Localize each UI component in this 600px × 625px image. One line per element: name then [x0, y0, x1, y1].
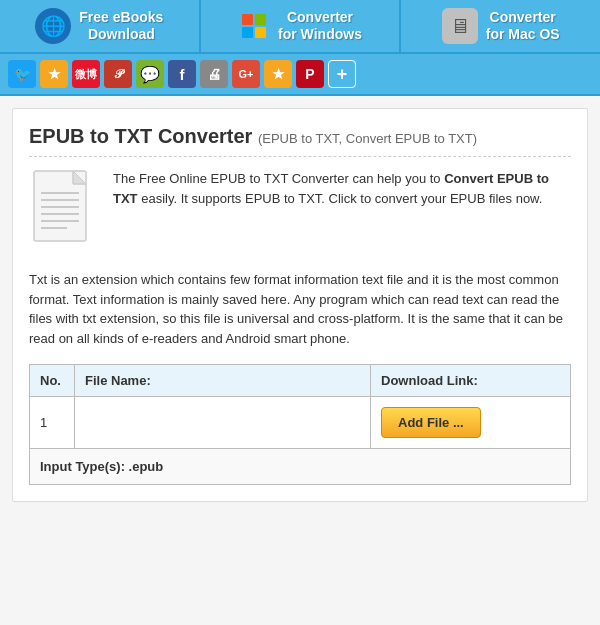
nav-converter-windows[interactable]: Converter for Windows [201, 0, 402, 52]
nav-converter-mac-label: Converter for Mac OS [486, 9, 560, 43]
table-row: 1 Add File ... [30, 397, 571, 449]
description-area: The Free Online EPUB to TXT Converter ca… [29, 169, 571, 254]
mac-icon: 🖥 [442, 8, 478, 44]
twitter-icon[interactable]: 🐦 [8, 60, 36, 88]
nav-free-ebooks[interactable]: 🌐 Free eBooks Download [0, 0, 201, 52]
more-icon[interactable]: + [328, 60, 356, 88]
description-text: The Free Online EPUB to TXT Converter ca… [113, 169, 571, 254]
description-full: Txt is an extension which contains few f… [29, 270, 571, 348]
print-icon[interactable]: 🖨 [200, 60, 228, 88]
page-subtitle: (EPUB to TXT, Convert EPUB to TXT) [258, 131, 477, 146]
bookmark-icon[interactable]: ★ [264, 60, 292, 88]
pinterest-icon[interactable]: P [296, 60, 324, 88]
col-header-no: No. [30, 365, 75, 397]
rss-icon[interactable]: 𝒫 [104, 60, 132, 88]
wechat-icon[interactable]: 💬 [136, 60, 164, 88]
table-header-row: No. File Name: Download Link: [30, 365, 571, 397]
facebook-icon[interactable]: f [168, 60, 196, 88]
gplus-icon[interactable]: G+ [232, 60, 260, 88]
nav-converter-windows-label: Converter for Windows [278, 9, 362, 43]
top-nav: 🌐 Free eBooks Download Converter for Win… [0, 0, 600, 54]
nav-free-ebooks-label: Free eBooks Download [79, 9, 163, 43]
input-type-label: Input Type(s): .epub [30, 449, 571, 485]
weibo-icon[interactable]: 微博 [72, 60, 100, 88]
social-bar: 🐦 ★ 微博 𝒫 💬 f 🖨 G+ ★ P + [0, 54, 600, 96]
row-number: 1 [30, 397, 75, 449]
bold-text: Convert EPUB to TXT [113, 171, 549, 206]
col-header-download: Download Link: [371, 365, 571, 397]
windows-icon [238, 10, 270, 42]
input-type-row: Input Type(s): .epub [30, 449, 571, 485]
converter-table: No. File Name: Download Link: 1 Add File… [29, 364, 571, 485]
row-filename [75, 397, 371, 449]
favorites-icon[interactable]: ★ [40, 60, 68, 88]
globe-icon: 🌐 [35, 8, 71, 44]
page-title: EPUB to TXT Converter (EPUB to TXT, Conv… [29, 125, 571, 157]
add-file-button[interactable]: Add File ... [381, 407, 481, 438]
row-download-link: Add File ... [371, 397, 571, 449]
col-header-filename: File Name: [75, 365, 371, 397]
main-content: EPUB to TXT Converter (EPUB to TXT, Conv… [12, 108, 588, 502]
file-icon [29, 169, 99, 254]
nav-converter-mac[interactable]: 🖥 Converter for Mac OS [401, 0, 600, 52]
